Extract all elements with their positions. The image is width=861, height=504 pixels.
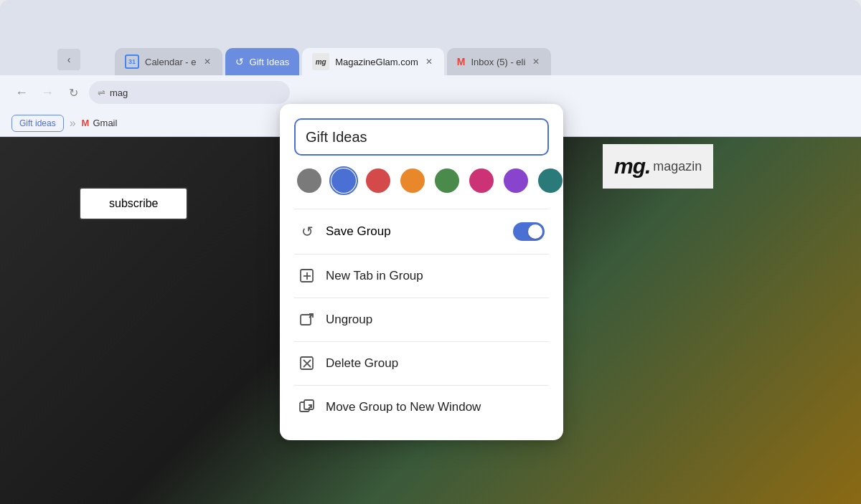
gmail-icon: M [82,118,90,128]
menu-divider-2 [294,298,549,298]
calendar-favicon: 31 [125,54,139,69]
tab-magazine-close[interactable]: ✕ [424,55,434,68]
move-group-item[interactable]: Move Group to New Window [294,389,549,426]
new-tab-in-group-label: New Tab in Group [326,269,545,283]
color-gray[interactable] [297,168,321,193]
color-red[interactable] [366,168,390,193]
inbox-favicon: M [457,56,466,67]
forward-icon: → [41,85,54,100]
magazine-favicon: mg [312,53,329,70]
address-text: mag [110,87,128,98]
tab-calendar[interactable]: 31 Calendar - e ✕ [115,48,222,75]
new-tab-icon [298,267,316,285]
bookmark-divider: » [70,117,76,130]
gmail-bookmark[interactable]: M Gmail [82,118,118,128]
gift-ideas-chip-label: Gift ideas [19,118,56,128]
back-icon: ← [15,85,28,100]
tab-inbox-close[interactable]: ✕ [531,55,541,68]
move-group-icon [298,399,316,416]
context-menu: ↺ Save Group New Tab in Group Ungrou [280,104,563,440]
magazine-logo-area: mg. magazin [603,144,713,189]
split-tabs-icon: ⇌ [98,87,105,98]
tab-gift-ideas-label: Gift Ideas [250,57,290,67]
ungroup-item[interactable]: Ungroup [294,301,549,338]
back-button[interactable]: ← [11,82,32,103]
menu-divider-4 [294,385,549,386]
color-green[interactable] [435,168,459,193]
menu-divider-top [294,209,549,209]
save-group-label: Save Group [326,224,503,239]
delete-group-icon [298,355,316,372]
tab-magazine[interactable]: mg MagazineGlam.com ✕ [302,48,444,75]
refresh-button[interactable]: ↻ [63,82,83,103]
menu-divider-3 [294,341,549,342]
tab-calendar-close[interactable]: ✕ [202,55,212,68]
gift-ideas-chip[interactable]: Gift ideas [11,115,64,132]
subscribe-area: subscribe [79,187,188,220]
forward-button[interactable]: → [37,82,57,103]
mg-logo: mg. [614,154,650,179]
subscribe-label: subscribe [109,197,158,209]
delete-group-label: Delete Group [326,356,545,371]
new-tab-in-group-item[interactable]: New Tab in Group [294,257,549,295]
save-group-icon: ↺ [298,223,316,240]
tab-inbox-label: Inbox (5) - eli [471,57,525,67]
tab-scroll-left[interactable]: ‹ [57,49,80,70]
gmail-label: Gmail [93,118,117,128]
tab-inbox[interactable]: M Inbox (5) - eli ✕ [447,48,552,75]
address-bar[interactable]: ⇌ mag [89,81,290,104]
tab-gift-ideas-icon: ↺ [235,56,244,67]
magazine-text: magazin [653,159,702,174]
ungroup-icon [298,311,316,328]
svg-rect-3 [301,315,311,325]
move-group-label: Move Group to New Window [326,400,545,414]
tab-magazine-label: MagazineGlam.com [335,57,418,67]
save-group-row[interactable]: ↺ Save Group [294,212,549,251]
tab-gift-ideas[interactable]: ↺ Gift Ideas [225,48,300,75]
color-teal[interactable] [538,168,563,193]
menu-divider-1 [294,254,549,255]
tab-calendar-label: Calendar - e [145,57,197,67]
color-orange[interactable] [400,168,425,193]
color-blue[interactable] [331,168,356,193]
refresh-icon: ↻ [69,86,78,100]
group-name-input[interactable] [294,118,549,156]
ungroup-label: Ungroup [326,313,545,327]
save-group-toggle[interactable] [513,222,545,241]
color-row [294,168,549,193]
color-pink[interactable] [469,168,494,193]
toggle-thumb [528,224,542,239]
color-purple[interactable] [504,168,528,193]
tab-bar: ‹ 31 Calendar - e ✕ ↺ Gift Ideas mg Maga… [0,43,861,75]
delete-group-item[interactable]: Delete Group [294,345,549,382]
subscribe-button[interactable]: subscribe [79,187,188,220]
